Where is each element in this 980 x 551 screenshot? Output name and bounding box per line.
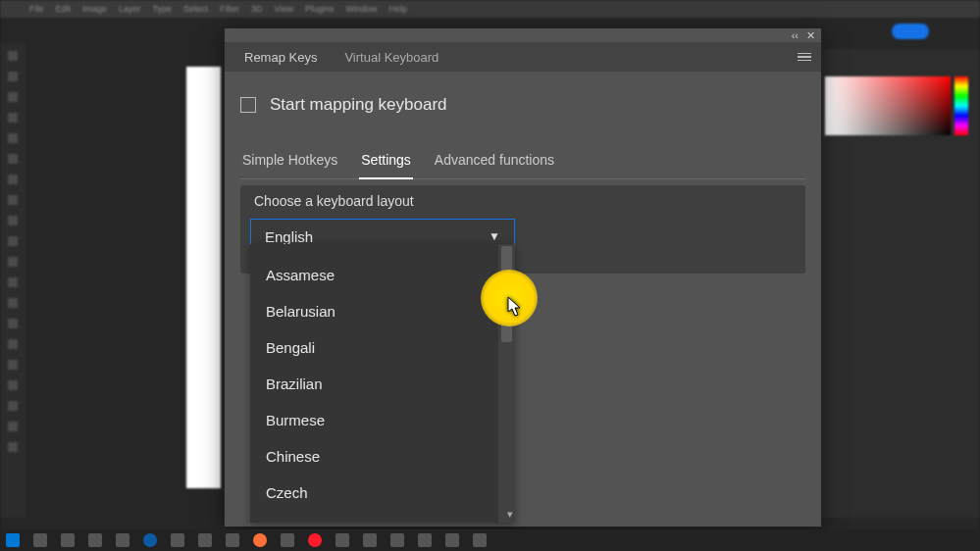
layout-option[interactable]: Bengali — [250, 329, 498, 366]
document-canvas — [186, 67, 221, 488]
subtab-advanced-functions[interactable]: Advanced functions — [433, 146, 556, 178]
panel-titlebar: ‹‹ ✕ — [225, 28, 821, 42]
taskbar-app-icon[interactable] — [390, 533, 404, 547]
taskbar-app-icon[interactable] — [198, 533, 212, 547]
start-mapping-label: Start mapping keyboard — [270, 95, 447, 115]
hue-slider[interactable] — [954, 76, 968, 135]
os-taskbar[interactable] — [0, 529, 980, 551]
panel-body: Start mapping keyboard Simple Hotkeys Se… — [225, 72, 821, 289]
start-mapping-checkbox[interactable] — [240, 97, 256, 113]
scroll-down-icon[interactable]: ▾ — [507, 508, 513, 521]
layout-option[interactable]: Arabic — [250, 244, 498, 257]
layout-option[interactable]: Assamese — [250, 257, 498, 293]
layout-label: Choose a keyboard layout — [250, 185, 796, 213]
dropdown-scrollbar[interactable]: ▾ — [498, 244, 515, 523]
color-picker[interactable] — [825, 76, 951, 135]
panel-menu-icon[interactable] — [798, 53, 811, 62]
settings-subtabs: Simple Hotkeys Settings Advanced functio… — [240, 146, 805, 179]
taskbar-edge-icon[interactable] — [143, 533, 157, 547]
subtab-simple-hotkeys[interactable]: Simple Hotkeys — [240, 146, 339, 178]
keyboard-layout-dropdown: Arabic Assamese Belarusian Bengali Brazi… — [250, 244, 515, 523]
start-mapping-row: Start mapping keyboard — [240, 95, 805, 115]
taskbar-app-icon[interactable] — [226, 533, 239, 547]
panel-close-icon[interactable]: ✕ — [806, 29, 815, 42]
host-toolbar — [0, 43, 26, 518]
taskbar-app-icon[interactable] — [473, 533, 487, 547]
taskbar-opera-icon[interactable] — [308, 533, 322, 547]
taskbar-app-icon[interactable] — [116, 533, 129, 547]
scrollbar-thumb[interactable] — [501, 246, 512, 342]
taskbar-app-icon[interactable] — [335, 533, 349, 547]
tab-remap-keys[interactable]: Remap Keys — [231, 43, 331, 72]
remap-keys-panel: ‹‹ ✕ Remap Keys Virtual Keyboard Start m… — [224, 27, 822, 527]
taskbar-firefox-icon[interactable] — [253, 533, 267, 547]
taskbar-app-icon[interactable] — [445, 533, 459, 547]
layout-option[interactable]: Czech — [250, 475, 498, 511]
tab-virtual-keyboard[interactable]: Virtual Keyboard — [331, 43, 452, 72]
host-menubar: FileEditImage LayerTypeSelect Filter3DVi… — [0, 0, 980, 18]
taskbar-app-icon[interactable] — [281, 533, 294, 547]
taskbar-search-icon[interactable] — [33, 533, 47, 547]
keyboard-layout-section: Choose a keyboard layout English ▼ Arabi… — [240, 185, 805, 274]
taskbar-app-icon[interactable] — [171, 533, 184, 547]
share-button[interactable] — [892, 24, 929, 39]
taskbar-app-icon[interactable] — [88, 533, 102, 547]
layout-option[interactable]: Belarusian — [250, 293, 498, 329]
taskbar-app-icon[interactable] — [61, 533, 75, 547]
panel-collapse-icon[interactable]: ‹‹ — [792, 29, 799, 41]
chevron-down-icon: ▼ — [489, 229, 500, 243]
panel-tab-bar: Remap Keys Virtual Keyboard — [225, 42, 821, 72]
start-icon[interactable] — [6, 533, 20, 547]
layout-option[interactable]: Brazilian — [250, 366, 498, 402]
taskbar-app-icon[interactable] — [418, 533, 432, 547]
select-value: English — [265, 228, 313, 245]
subtab-settings[interactable]: Settings — [359, 146, 413, 179]
taskbar-app-icon[interactable] — [363, 533, 377, 547]
layout-option[interactable]: Burmese — [250, 402, 498, 438]
layout-option[interactable]: Chinese — [250, 438, 498, 475]
